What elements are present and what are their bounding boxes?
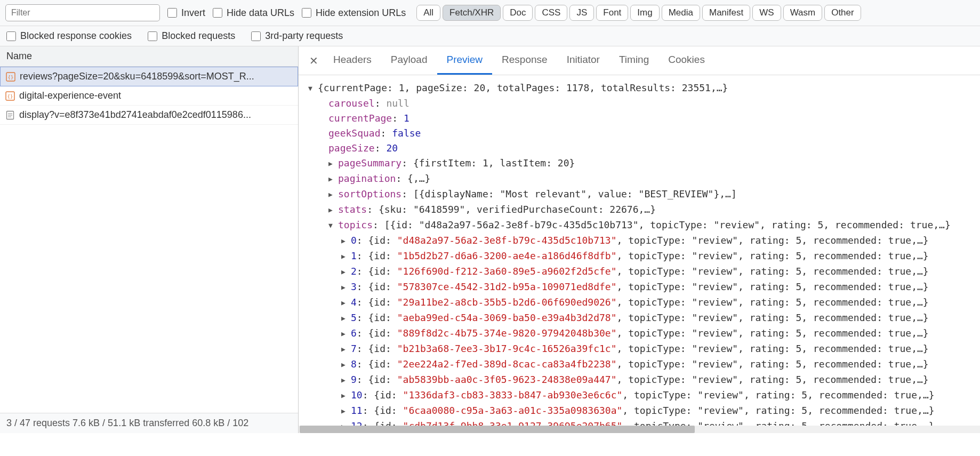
invert-label: Invert xyxy=(181,7,205,19)
hide-data-urls-checkbox[interactable]: Hide data URLs xyxy=(213,7,294,19)
svg-text:{}: {} xyxy=(8,75,14,80)
expand-icon[interactable]: ▶ xyxy=(341,326,349,341)
type-pill-img[interactable]: Img xyxy=(630,5,659,21)
invert-checkbox[interactable]: Invert xyxy=(167,7,205,19)
filter-input[interactable] xyxy=(5,4,160,21)
expand-icon[interactable]: ▶ xyxy=(341,311,349,326)
request-list: {}reviews?pageSize=20&sku=6418599&sort=M… xyxy=(0,67,298,413)
expand-icon[interactable]: ▶ xyxy=(328,156,336,171)
expand-icon[interactable]: ▶ xyxy=(328,203,336,218)
hide-extension-urls-checkbox[interactable]: Hide extension URLs xyxy=(302,7,406,19)
expand-icon[interactable]: ▶ xyxy=(341,419,349,426)
type-pill-all[interactable]: All xyxy=(416,5,440,21)
blocked-cookies-checkbox[interactable]: Blocked response cookies xyxy=(6,30,132,42)
status-bar: 3 / 47 requests 7.6 kB / 51.1 kB transfe… xyxy=(0,413,298,433)
request-item[interactable]: display?v=e8f373e41bd2741eabdaf0e2cedf01… xyxy=(0,106,298,125)
blocked-requests-label: Blocked requests xyxy=(162,30,235,42)
tab-timing[interactable]: Timing xyxy=(609,46,658,75)
type-pill-js[interactable]: JS xyxy=(569,5,594,21)
tab-initiator[interactable]: Initiator xyxy=(557,46,609,75)
type-pill-doc[interactable]: Doc xyxy=(503,5,533,21)
request-item[interactable]: {}digital-experience-event xyxy=(0,86,298,106)
type-pill-font[interactable]: Font xyxy=(596,5,628,21)
filter-toolbar: Invert Hide data URLs Hide extension URL… xyxy=(0,0,980,26)
type-pill-media[interactable]: Media xyxy=(662,5,700,21)
preview-content[interactable]: ▼{currentPage: 1, pageSize: 20, totalPag… xyxy=(299,75,980,426)
type-pill-ws[interactable]: WS xyxy=(752,5,781,21)
horizontal-scrollbar[interactable] xyxy=(299,426,980,433)
type-filter-group: AllFetch/XHRDocCSSJSFontImgMediaManifest… xyxy=(416,5,861,21)
expand-icon[interactable]: ▶ xyxy=(341,280,349,295)
expand-icon[interactable]: ▶ xyxy=(328,187,336,202)
svg-text:{}: {} xyxy=(7,94,13,99)
third-party-label: 3rd-party requests xyxy=(265,30,343,42)
filter-toolbar-2: Blocked response cookies Blocked request… xyxy=(0,26,980,46)
expand-icon[interactable]: ▶ xyxy=(341,388,349,403)
type-pill-manifest[interactable]: Manifest xyxy=(702,5,750,21)
hide-extension-urls-label: Hide extension URLs xyxy=(316,7,406,19)
type-pill-wasm[interactable]: Wasm xyxy=(783,5,823,21)
hide-data-urls-label: Hide data URLs xyxy=(227,7,294,19)
type-pill-fetchxhr[interactable]: Fetch/XHR xyxy=(443,5,501,21)
expand-icon[interactable]: ▶ xyxy=(328,172,336,187)
expand-icon[interactable]: ▼ xyxy=(328,218,336,233)
expand-icon[interactable]: ▶ xyxy=(341,265,349,279)
expand-icon[interactable]: ▶ xyxy=(341,404,349,419)
expand-icon[interactable]: ▶ xyxy=(341,234,349,249)
blocked-requests-checkbox[interactable]: Blocked requests xyxy=(148,30,235,42)
blocked-cookies-label: Blocked response cookies xyxy=(20,30,132,42)
expand-icon[interactable]: ▶ xyxy=(341,249,349,264)
type-pill-css[interactable]: CSS xyxy=(535,5,567,21)
expand-icon[interactable]: ▶ xyxy=(341,295,349,310)
tab-payload[interactable]: Payload xyxy=(381,46,437,75)
name-column-header[interactable]: Name xyxy=(0,46,298,67)
expand-icon[interactable]: ▶ xyxy=(341,357,349,372)
expand-icon[interactable]: ▶ xyxy=(341,373,349,388)
expand-icon[interactable]: ▼ xyxy=(308,81,316,96)
tab-headers[interactable]: Headers xyxy=(324,46,381,75)
tab-response[interactable]: Response xyxy=(492,46,557,75)
tab-cookies[interactable]: Cookies xyxy=(658,46,714,75)
request-list-panel: Name {}reviews?pageSize=20&sku=6418599&s… xyxy=(0,46,299,433)
third-party-checkbox[interactable]: 3rd-party requests xyxy=(251,30,343,42)
tab-preview[interactable]: Preview xyxy=(437,46,493,75)
type-pill-other[interactable]: Other xyxy=(824,5,861,21)
detail-panel: ✕ HeadersPayloadPreviewResponseInitiator… xyxy=(299,46,980,433)
detail-tabs: ✕ HeadersPayloadPreviewResponseInitiator… xyxy=(299,46,980,75)
request-item[interactable]: {}reviews?pageSize=20&sku=6418599&sort=M… xyxy=(0,67,298,86)
close-icon[interactable]: ✕ xyxy=(304,49,324,73)
expand-icon[interactable]: ▶ xyxy=(341,342,349,357)
